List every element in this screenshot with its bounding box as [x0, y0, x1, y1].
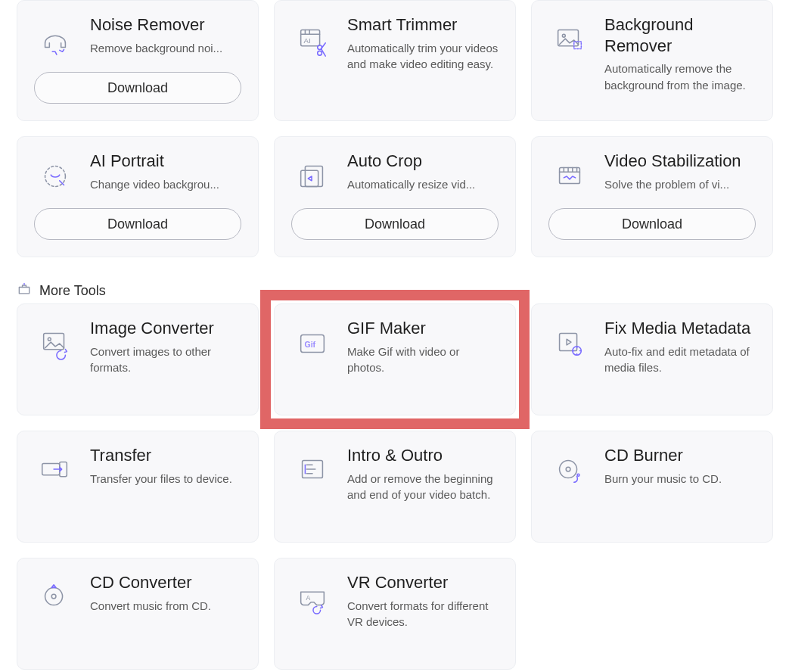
noise-remover-icon	[34, 19, 76, 61]
transfer-icon	[34, 450, 76, 492]
auto-crop-icon	[291, 155, 334, 198]
tool-desc: Make Gif with video or photos.	[347, 344, 499, 377]
tool-card-video-stabilization[interactable]: Video StabilizationSolve the problem of …	[531, 136, 773, 257]
tool-title: Auto Crop	[347, 151, 499, 172]
download-button-video-stabilization[interactable]: Download	[548, 208, 756, 240]
svg-text:AI: AI	[304, 36, 311, 45]
tools-grid-1: Noise RemoverRemove background noi...Dow…	[0, 0, 789, 272]
tool-card-smart-trimmer[interactable]: AISmart TrimmerAutomatically trim your v…	[274, 0, 516, 121]
tool-desc: Burn your music to CD.	[604, 471, 756, 487]
tool-card-transfer[interactable]: TransferTransfer your files to device.	[17, 431, 259, 543]
tool-title: Image Converter	[90, 318, 241, 339]
svg-point-20	[560, 461, 577, 478]
svg-point-24	[51, 594, 56, 599]
tool-card-gif-maker[interactable]: GifGIF MakerMake Gif with video or photo…	[274, 303, 516, 415]
video-stabilization-icon	[548, 155, 591, 198]
tool-title: Noise Remover	[90, 14, 241, 36]
svg-point-22	[577, 474, 579, 476]
tool-card-background-remover[interactable]: Background RemoverAutomatically remove t…	[531, 0, 773, 121]
cd-converter-icon	[34, 577, 76, 619]
tool-card-ai-portrait[interactable]: AI PortraitChange video backgrou...Downl…	[17, 136, 259, 257]
tool-title: AI Portrait	[90, 151, 241, 172]
tool-card-cd-burner[interactable]: CD BurnerBurn your music to CD.	[531, 431, 773, 543]
intro-outro-icon	[291, 450, 334, 492]
tool-desc: Add or remove the beginning and end of y…	[347, 471, 499, 504]
vr-converter-icon: A	[291, 577, 334, 619]
ai-portrait-icon	[34, 155, 76, 198]
tool-desc: Convert images to other formats.	[90, 344, 241, 377]
tool-desc: Auto-fix and edit metadata of media file…	[604, 344, 756, 377]
svg-text:A: A	[306, 594, 310, 602]
tool-card-noise-remover[interactable]: Noise RemoverRemove background noi...Dow…	[17, 0, 259, 121]
tool-title: CD Burner	[604, 445, 756, 466]
tool-title: Background Remover	[604, 14, 756, 56]
tool-card-vr-converter[interactable]: AVR ConverterConvert formats for differe…	[274, 558, 516, 670]
background-remover-icon	[548, 19, 591, 61]
tool-title: Smart Trimmer	[347, 14, 499, 36]
smart-trimmer-icon: AI	[291, 19, 334, 61]
svg-rect-9	[301, 170, 318, 186]
tool-title: Intro & Outro	[347, 445, 499, 466]
tool-desc: Transfer your files to device.	[90, 471, 241, 487]
tool-card-auto-crop[interactable]: Auto CropAutomatically resize vid...Down…	[274, 136, 516, 257]
download-button-ai-portrait[interactable]: Download	[34, 208, 241, 240]
svg-point-23	[45, 588, 63, 605]
tool-desc: Automatically resize vid...	[347, 176, 483, 193]
tool-title: Transfer	[90, 445, 241, 466]
svg-rect-15	[560, 334, 577, 351]
tool-title: Video Stabilization	[604, 151, 756, 172]
fix-media-metadata-icon	[548, 322, 591, 365]
tool-card-cd-converter[interactable]: CD ConverterConvert music from CD.	[17, 558, 259, 670]
svg-point-3	[318, 51, 322, 55]
tool-title: Fix Media Metadata	[604, 318, 756, 339]
tool-card-image-converter[interactable]: Image ConverterConvert images to other f…	[17, 303, 259, 415]
svg-point-21	[566, 467, 570, 471]
tool-title: VR Converter	[347, 572, 499, 593]
tool-desc: Change video backgrou...	[90, 176, 226, 193]
tool-desc: Automatically trim your videos and make …	[347, 40, 499, 73]
svg-text:Gif: Gif	[304, 340, 315, 349]
toolbox-icon	[17, 282, 32, 300]
tool-desc: Convert music from CD.	[90, 598, 241, 614]
tools-grid-2: Image ConverterConvert images to other f…	[0, 303, 789, 672]
download-button-noise-remover[interactable]: Download	[34, 72, 241, 104]
tool-card-intro-outro[interactable]: Intro & OutroAdd or remove the beginning…	[274, 431, 516, 543]
tool-title: CD Converter	[90, 572, 241, 593]
svg-point-5	[562, 34, 565, 37]
image-converter-icon	[34, 322, 76, 365]
tool-card-fix-media-metadata[interactable]: Fix Media MetadataAuto-fix and edit meta…	[531, 303, 773, 415]
tool-desc: Solve the problem of vi...	[604, 176, 741, 193]
tool-desc: Convert formats for different VR devices…	[347, 598, 499, 631]
download-button-auto-crop[interactable]: Download	[291, 208, 499, 240]
tool-desc: Remove background noi...	[90, 40, 226, 57]
gif-maker-icon: Gif	[291, 322, 334, 365]
svg-point-12	[48, 338, 51, 341]
svg-rect-8	[305, 166, 322, 187]
cd-burner-icon	[548, 450, 591, 492]
more-tools-label: More Tools	[39, 283, 106, 299]
tool-desc: Automatically remove the background from…	[604, 61, 756, 94]
more-tools-header: More Tools	[0, 272, 789, 303]
tool-title: GIF Maker	[347, 318, 499, 339]
